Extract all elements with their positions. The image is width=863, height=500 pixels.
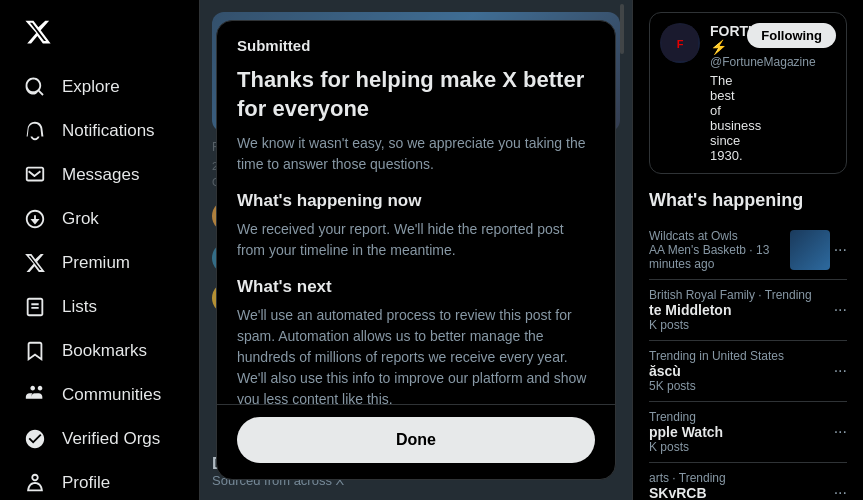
dialog-submitted-label: Submitted: [237, 37, 310, 54]
dialog-body[interactable]: Thanks for helping make X better for eve…: [217, 54, 615, 404]
trend-item-middleton[interactable]: British Royal Family · Trending te Middl…: [649, 280, 847, 341]
bell-icon: [24, 120, 46, 142]
trend-item-header2: British Royal Family · Trending te Middl…: [649, 288, 847, 332]
sidebar-item-label-premium: Premium: [62, 253, 130, 273]
trend-name5: SKvRCB: [649, 485, 726, 500]
dialog-section2-title: What's next: [237, 277, 595, 297]
trend-info4: Trending pple Watch K posts: [649, 410, 723, 454]
svg-text:F: F: [677, 38, 684, 50]
done-button[interactable]: Done: [237, 417, 595, 463]
trend-label2: British Royal Family · Trending: [649, 288, 812, 302]
dialog-section1-title: What's happening now: [237, 191, 595, 211]
verified-orgs-icon: [24, 428, 46, 450]
following-button[interactable]: Following: [747, 23, 836, 48]
trend-name3: ăscù: [649, 363, 784, 379]
dialog-main-title: Thanks for helping make X better for eve…: [237, 66, 595, 123]
trend-info2: British Royal Family · Trending te Middl…: [649, 288, 812, 332]
dialog-section1-text: We received your report. We'll hide the …: [237, 219, 595, 261]
sidebar-item-explore[interactable]: Explore: [12, 66, 187, 108]
trend-label5: arts · Trending: [649, 471, 726, 485]
main-feed: Biden From for... 2:56 PM O 1 S ₿ Discov…: [200, 0, 633, 500]
trend-info3: Trending in United States ăscù 5K posts: [649, 349, 784, 393]
trend-count2: K posts: [649, 318, 812, 332]
sidebar-item-communities[interactable]: Communities: [12, 374, 187, 416]
trend-time: 13 minutes ago: [649, 243, 769, 271]
trend-name4: pple Watch: [649, 424, 723, 440]
fortune-bio: The best of business since 1930.: [710, 73, 737, 163]
dialog-header: Submitted: [217, 21, 615, 54]
fortune-avatar: F: [660, 23, 700, 63]
sidebar-item-label-communities: Communities: [62, 385, 161, 405]
sidebar-item-label-messages: Messages: [62, 165, 139, 185]
trend-count4: K posts: [649, 440, 723, 454]
sidebar-item-bookmarks[interactable]: Bookmarks: [12, 330, 187, 372]
dialog-section2-text: We'll use an automated process to review…: [237, 305, 595, 404]
x-premium-icon: [24, 252, 46, 274]
trend-label: Wildcats at Owls AA Men's Basketb · 13 m…: [649, 229, 790, 271]
trend-item-header3: Trending in United States ăscù 5K posts …: [649, 349, 847, 393]
sidebar-item-label-grok: Grok: [62, 209, 99, 229]
message-icon: [24, 164, 46, 186]
dialog-overlay: Submitted Thanks for helping make X bett…: [200, 0, 632, 500]
search-icon: [24, 76, 46, 98]
x-logo-icon: [24, 18, 52, 46]
trend-name2: te Middleton: [649, 302, 812, 318]
trend-sublabel: AA Men's Basketb · 13 minutes ago: [649, 243, 790, 271]
trend-count3: 5K posts: [649, 379, 784, 393]
happening-title: What's happening: [649, 190, 847, 211]
trend-info5: arts · Trending SKvRCB K posts: [649, 471, 726, 500]
sidebar-item-lists[interactable]: Lists: [12, 286, 187, 328]
trend-item-header4: Trending pple Watch K posts ···: [649, 410, 847, 454]
sidebar-item-label-profile: Profile: [62, 473, 110, 493]
sidebar-item-premium[interactable]: Premium: [12, 242, 187, 284]
sidebar-item-label-notifications: Notifications: [62, 121, 155, 141]
trend-type-label: Wildcats at Owls: [649, 229, 790, 243]
trend-dots2-icon[interactable]: ···: [834, 301, 847, 319]
fortune-handle: @FortuneMagazine: [710, 55, 737, 69]
list-icon: [24, 296, 46, 318]
sidebar-item-label-explore: Explore: [62, 77, 120, 97]
submitted-dialog: Submitted Thanks for helping make X bett…: [216, 20, 616, 480]
trend-item-wildcats[interactable]: Wildcats at Owls AA Men's Basketb · 13 m…: [649, 221, 847, 280]
happening-section: What's happening Wildcats at Owls AA Men…: [649, 190, 847, 500]
trend-image: [790, 230, 830, 270]
trend-dots-icon[interactable]: ···: [834, 241, 847, 259]
sidebar-nav: Explore Notifications Messages Grok: [12, 66, 187, 500]
person-icon: [24, 472, 46, 494]
sidebar-item-notifications[interactable]: Notifications: [12, 110, 187, 152]
fortune-logo-icon: F: [662, 25, 698, 61]
communities-icon: [24, 384, 46, 406]
trend-label3: Trending in United States: [649, 349, 784, 363]
trend-item-skvrcb[interactable]: arts · Trending SKvRCB K posts ···: [649, 463, 847, 500]
fortune-name: FORTUNE ⚡: [710, 23, 737, 55]
trend-item-rascu[interactable]: Trending in United States ăscù 5K posts …: [649, 341, 847, 402]
sidebar: Explore Notifications Messages Grok: [0, 0, 200, 500]
sidebar-item-label-verified-orgs: Verified Orgs: [62, 429, 160, 449]
sidebar-item-verified-orgs[interactable]: Verified Orgs: [12, 418, 187, 460]
trend-dots4-icon[interactable]: ···: [834, 423, 847, 441]
trend-item-apple-watch[interactable]: Trending pple Watch K posts ···: [649, 402, 847, 463]
trend-label4: Trending: [649, 410, 723, 424]
grok-icon: [24, 208, 46, 230]
sidebar-item-grok[interactable]: Grok: [12, 198, 187, 240]
right-sidebar: F FORTUNE ⚡ @FortuneMagazine The best of…: [633, 0, 863, 500]
dialog-footer: Done: [217, 404, 615, 479]
sidebar-item-label-bookmarks: Bookmarks: [62, 341, 147, 361]
bookmark-icon: [24, 340, 46, 362]
sidebar-item-messages[interactable]: Messages: [12, 154, 187, 196]
sidebar-logo[interactable]: [12, 8, 187, 66]
trend-dots3-icon[interactable]: ···: [834, 362, 847, 380]
trend-item-header5: arts · Trending SKvRCB K posts ···: [649, 471, 847, 500]
sidebar-item-profile[interactable]: Profile: [12, 462, 187, 500]
trend-dots5-icon[interactable]: ···: [834, 484, 847, 500]
dialog-intro-text: We know it wasn't easy, so we appreciate…: [237, 133, 595, 175]
fortune-info: FORTUNE ⚡ @FortuneMagazine The best of b…: [710, 23, 737, 163]
sidebar-item-label-lists: Lists: [62, 297, 97, 317]
trend-item-header: Wildcats at Owls AA Men's Basketb · 13 m…: [649, 229, 847, 271]
fortune-card: F FORTUNE ⚡ @FortuneMagazine The best of…: [649, 12, 847, 174]
trend-right: ···: [790, 230, 847, 270]
